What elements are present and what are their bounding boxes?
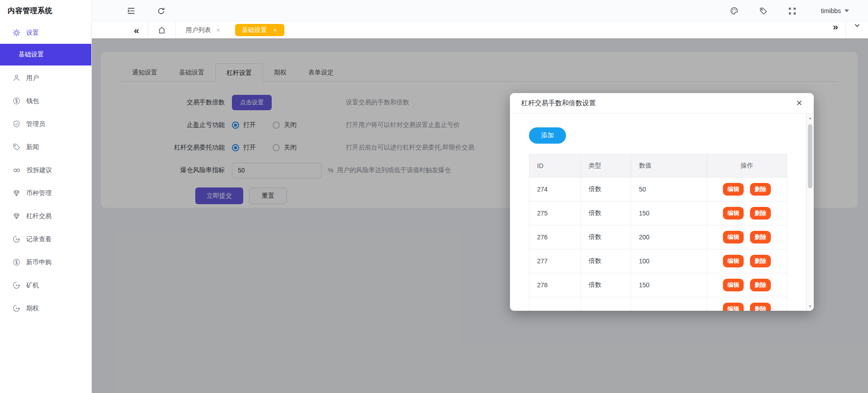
edit-button[interactable]: 编辑 xyxy=(723,183,744,196)
sidebar-item[interactable]: 记录查看 xyxy=(0,228,91,251)
edit-button[interactable]: 编辑 xyxy=(723,279,744,291)
scroll-up-icon[interactable]: ▲ xyxy=(807,114,814,122)
app-title: 内容管理系统 xyxy=(0,0,91,22)
scrollbar-thumb[interactable] xyxy=(808,124,812,188)
cell-id xyxy=(529,297,581,311)
cell-id: 274 xyxy=(529,178,581,201)
cell-type: 倍数 xyxy=(581,249,631,273)
col-actions: 操作 xyxy=(707,154,787,178)
edit-button[interactable]: 编辑 xyxy=(723,303,744,311)
cell-type: 倍数 xyxy=(581,225,631,249)
tab-label: 用户列表 xyxy=(186,26,211,34)
table-row: 278 倍数 150 编辑 删除 xyxy=(529,273,787,297)
sidebar-group-label: 设置 xyxy=(26,29,39,37)
sidebar-item[interactable]: 杠杆交易 xyxy=(0,205,91,228)
sidebar-item-label: 新闻 xyxy=(26,143,39,151)
sidebar-item-label: 杠杆交易 xyxy=(26,212,52,220)
sidebar-item[interactable]: 钱包 xyxy=(0,89,91,112)
username: timibbs xyxy=(821,7,841,14)
tabs-scroll-right-icon[interactable]: » xyxy=(825,22,846,38)
cell-type xyxy=(581,297,631,311)
palette-icon[interactable] xyxy=(730,7,738,15)
options-circle-icon xyxy=(13,304,20,312)
edit-button[interactable]: 编辑 xyxy=(723,231,744,243)
table-row: 276 倍数 200 编辑 删除 xyxy=(529,225,787,249)
sidebar-item[interactable]: 新闻 xyxy=(0,136,91,159)
delete-button[interactable]: 删除 xyxy=(750,255,771,267)
collapse-sidebar-icon[interactable] xyxy=(127,7,135,15)
cell-id: 278 xyxy=(529,273,581,297)
tabs-menu-icon[interactable] xyxy=(846,22,868,38)
sidebar-item-label: 记录查看 xyxy=(26,235,52,243)
leverage-settings-modal: 杠杆交易手数和倍数设置 ✕ 添加 ID 类型 数值 操作 xyxy=(510,93,814,311)
edit-button[interactable]: 编辑 xyxy=(723,255,744,267)
delete-button[interactable]: 删除 xyxy=(750,207,771,220)
add-button[interactable]: 添加 xyxy=(529,127,566,144)
leverage-gem-icon xyxy=(13,212,20,220)
sidebar-active-label: 基础设置 xyxy=(19,51,44,59)
sidebar-item[interactable]: 用户 xyxy=(0,66,91,89)
sidebar-item-basic-settings-active[interactable]: 基础设置 xyxy=(0,44,91,66)
tag-icon[interactable] xyxy=(760,7,767,15)
sidebar-item[interactable]: 期权 xyxy=(0,297,91,320)
sidebar-item-label: 用户 xyxy=(26,74,39,82)
cell-value: 50 xyxy=(631,178,707,201)
col-id: ID xyxy=(529,154,581,178)
miner-circle-icon xyxy=(13,281,20,289)
sidebar-item[interactable]: 矿机 xyxy=(0,274,91,297)
sidebar-item[interactable]: 投拆建议 xyxy=(0,159,91,182)
feedback-link-icon xyxy=(13,166,21,174)
user-menu[interactable]: timibbs xyxy=(821,7,849,14)
sidebar-item-label: 钱包 xyxy=(26,97,39,105)
sidebar-item-label: 投拆建议 xyxy=(27,166,52,174)
close-tab-icon[interactable]: ✕ xyxy=(273,27,278,33)
sidebar-group-settings[interactable]: 设置 xyxy=(0,22,91,44)
close-icon[interactable]: ✕ xyxy=(796,99,802,107)
app-root: 内容管理系统 设置 基础设置 用户 钱包 xyxy=(0,0,868,393)
newcoin-dollar-icon xyxy=(13,258,20,266)
table-row: 277 倍数 100 编辑 删除 xyxy=(529,249,787,273)
close-tab-icon[interactable]: ✕ xyxy=(216,27,221,33)
delete-button[interactable]: 删除 xyxy=(750,183,771,196)
cell-value: 200 xyxy=(631,225,707,249)
delete-button[interactable]: 删除 xyxy=(750,303,771,311)
tabs-scroll-left-icon[interactable]: « xyxy=(125,22,148,38)
user-icon xyxy=(13,74,20,82)
home-icon[interactable] xyxy=(148,22,175,38)
cell-value: 100 xyxy=(631,249,707,273)
tab-user-list[interactable]: 用户列表 ✕ xyxy=(176,22,231,38)
cell-id: 277 xyxy=(529,249,581,273)
sidebar-item-label: 币种管理 xyxy=(26,189,52,197)
cell-type: 倍数 xyxy=(581,273,631,297)
tab-label: 基础设置 xyxy=(242,26,267,34)
cell-id: 275 xyxy=(529,201,581,225)
sidebar-item-label: 矿机 xyxy=(26,281,39,290)
main-column: timibbs « 用户列表 ✕ 基础设置 ✕ xyxy=(92,0,868,393)
modal-scrollbar[interactable]: ▲ ▼ xyxy=(806,113,814,311)
records-circle-icon xyxy=(13,235,20,243)
page-tabbar: « 用户列表 ✕ 基础设置 ✕ » xyxy=(92,22,868,38)
caret-down-icon xyxy=(844,9,849,12)
sidebar-item[interactable]: 管理员 xyxy=(0,112,91,136)
sidebar-item-label: 管理员 xyxy=(26,120,45,128)
refresh-icon[interactable] xyxy=(157,7,165,15)
table-row-partial: 编辑 删除 xyxy=(529,297,787,311)
fullscreen-icon[interactable] xyxy=(788,7,796,15)
delete-button[interactable]: 删除 xyxy=(750,231,771,243)
tab-basic-settings[interactable]: 基础设置 ✕ xyxy=(235,24,284,36)
col-type: 类型 xyxy=(581,154,631,178)
delete-button[interactable]: 删除 xyxy=(750,279,771,291)
cell-type: 倍数 xyxy=(581,178,631,201)
table-row: 275 倍数 150 编辑 删除 xyxy=(529,201,787,225)
scroll-down-icon[interactable]: ▼ xyxy=(807,303,814,310)
sidebar-item-label: 新币申购 xyxy=(26,258,52,267)
sidebar-menu: 用户 钱包 管理员 新闻 投拆建 xyxy=(0,66,91,320)
sidebar-item[interactable]: 新币申购 xyxy=(0,251,91,274)
col-value: 数值 xyxy=(631,154,707,178)
wallet-dollar-icon xyxy=(13,97,20,105)
edit-button[interactable]: 编辑 xyxy=(723,207,744,220)
sidebar-item[interactable]: 币种管理 xyxy=(0,182,91,205)
modal-body: 添加 ID 类型 数值 操作 xyxy=(510,113,814,311)
topbar: timibbs xyxy=(92,0,868,22)
table-row: 274 倍数 50 编辑 删除 xyxy=(529,178,787,201)
